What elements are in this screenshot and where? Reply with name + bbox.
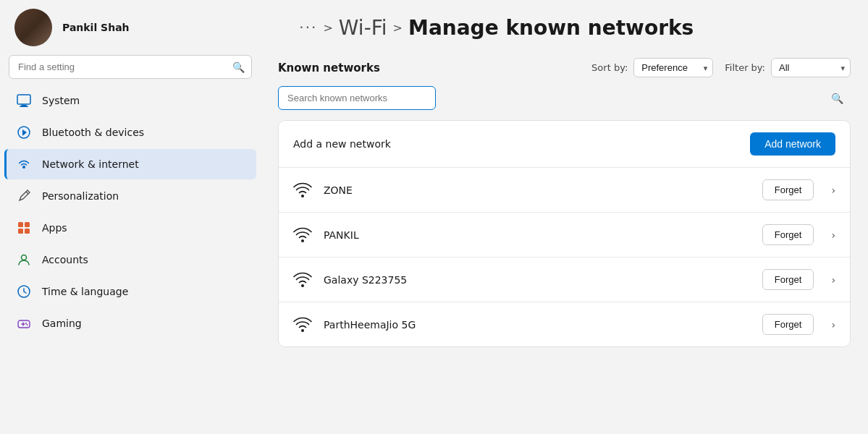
filter-by-group: Filter by: All Secured Open ▾	[725, 58, 851, 77]
add-network-label: Add a new network	[293, 138, 738, 150]
breadcrumb-sep2: >	[393, 21, 403, 35]
known-networks-title: Known networks	[278, 61, 380, 75]
sort-filter-row: Sort by: Preference Name Date ▾ Filter b…	[591, 58, 851, 77]
sort-dropdown-wrapper: Preference Name Date ▾	[633, 58, 713, 77]
svg-rect-5	[18, 222, 23, 227]
search-icon: 🔍	[232, 61, 245, 73]
sort-by-group: Sort by: Preference Name Date ▾	[591, 58, 713, 77]
sidebar-label-system: System	[42, 95, 80, 106]
sidebar-label-personalization: Personalization	[42, 190, 119, 202]
sidebar-label-gaming: Gaming	[42, 318, 82, 329]
svg-point-13	[27, 324, 28, 326]
sidebar-item-apps[interactable]: Apps	[4, 213, 256, 243]
sidebar-label-accounts: Accounts	[42, 254, 88, 265]
wifi-icon	[293, 227, 312, 243]
breadcrumb-wifi: Wi-Fi	[339, 16, 387, 40]
main-layout: 🔍 System Bluetooth & devices Network & i…	[0, 55, 868, 434]
sort-by-label: Sort by:	[591, 62, 628, 73]
apps-icon	[16, 220, 32, 236]
known-networks-header: Known networks Sort by: Preference Name …	[278, 55, 851, 77]
content-area: Known networks Sort by: Preference Name …	[261, 55, 868, 434]
table-row: ZONE Forget ›	[279, 168, 850, 213]
add-network-button[interactable]: Add network	[750, 132, 835, 156]
svg-rect-2	[20, 106, 28, 108]
svg-rect-7	[18, 229, 23, 234]
svg-point-17	[301, 329, 304, 332]
sidebar: 🔍 System Bluetooth & devices Network & i…	[0, 55, 261, 434]
svg-rect-8	[25, 229, 30, 234]
network-icon	[16, 156, 32, 172]
svg-point-12	[25, 323, 27, 324]
sidebar-item-gaming[interactable]: Gaming	[4, 308, 256, 339]
sidebar-label-bluetooth: Bluetooth & devices	[42, 127, 144, 138]
wifi-icon	[293, 317, 312, 333]
time-icon	[16, 284, 32, 299]
networks-list: Add a new network Add network ZONE Forge…	[278, 120, 851, 347]
chevron-right-icon: ›	[831, 229, 835, 241]
sidebar-label-time: Time & language	[42, 286, 128, 297]
wifi-icon	[293, 182, 312, 198]
table-row: Galaxy S223755 Forget ›	[279, 258, 850, 302]
add-network-row: Add a new network Add network	[279, 121, 850, 168]
breadcrumb-sep1: >	[323, 21, 332, 35]
svg-point-16	[301, 284, 304, 287]
svg-point-14	[301, 195, 304, 197]
table-row: PANKIL Forget ›	[279, 213, 850, 258]
search-networks-icon: 🔍	[831, 93, 843, 104]
sidebar-item-network[interactable]: Network & internet	[4, 149, 256, 179]
sidebar-label-apps: Apps	[42, 222, 67, 234]
chevron-right-icon: ›	[831, 184, 835, 196]
breadcrumb-dots: ···	[299, 19, 317, 36]
sidebar-item-accounts[interactable]: Accounts	[4, 244, 256, 275]
page-title: Manage known networks	[408, 16, 694, 40]
sidebar-item-time[interactable]: Time & language	[4, 276, 256, 307]
forget-button[interactable]: Forget	[762, 224, 814, 245]
chevron-right-icon: ›	[831, 274, 835, 286]
header: Pankil Shah ··· > Wi-Fi > Manage known n…	[0, 0, 868, 55]
search-input[interactable]	[9, 55, 252, 79]
filter-by-label: Filter by:	[725, 62, 765, 73]
forget-button[interactable]: Forget	[762, 179, 814, 200]
filter-dropdown[interactable]: All Secured Open	[771, 58, 851, 77]
sidebar-item-system[interactable]: System	[4, 85, 256, 116]
network-name: Galaxy S223755	[324, 274, 751, 286]
sidebar-item-bluetooth[interactable]: Bluetooth & devices	[4, 117, 256, 148]
user-name: Pankil Shah	[62, 22, 130, 33]
network-name: ZONE	[324, 184, 751, 196]
filter-dropdown-wrapper: All Secured Open ▾	[771, 58, 851, 77]
gaming-icon	[16, 315, 32, 331]
personalization-icon	[16, 188, 32, 204]
system-icon	[16, 93, 32, 109]
network-name: ParthHeemaJio 5G	[324, 319, 751, 331]
wifi-icon	[293, 272, 312, 288]
search-networks-input[interactable]	[278, 86, 436, 110]
accounts-icon	[16, 252, 32, 268]
svg-point-4	[22, 166, 25, 169]
network-name: PANKIL	[324, 229, 751, 241]
svg-point-9	[22, 255, 27, 260]
forget-button[interactable]: Forget	[762, 314, 814, 335]
search-box: 🔍	[9, 55, 252, 79]
svg-rect-6	[25, 222, 30, 227]
sidebar-item-personalization[interactable]: Personalization	[4, 181, 256, 211]
table-row: ParthHeemaJio 5G Forget ›	[279, 302, 850, 346]
search-networks-wrapper: 🔍	[278, 86, 851, 110]
svg-point-15	[301, 239, 304, 242]
forget-button[interactable]: Forget	[762, 269, 814, 290]
svg-rect-0	[17, 95, 30, 104]
avatar	[14, 9, 52, 46]
chevron-right-icon: ›	[831, 319, 835, 331]
bluetooth-icon	[16, 124, 32, 140]
sort-dropdown[interactable]: Preference Name Date	[633, 58, 713, 77]
sidebar-label-network: Network & internet	[42, 158, 139, 170]
search-networks-row: 🔍	[278, 86, 851, 110]
breadcrumb: ··· > Wi-Fi > Manage known networks	[140, 16, 854, 40]
